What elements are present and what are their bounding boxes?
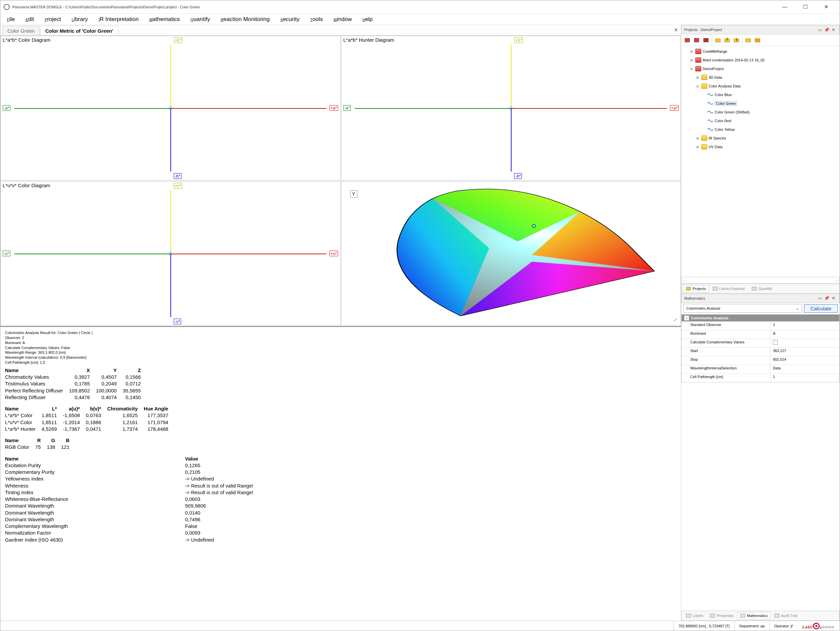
menu-security[interactable]: Security bbox=[275, 15, 305, 24]
menu-help[interactable]: Help bbox=[357, 15, 378, 24]
tree-label: Aldol condensation 2014-02-13 16_02 bbox=[703, 58, 765, 62]
property-group-header[interactable]: − Colorimetric Analysis bbox=[682, 315, 839, 321]
tab-color-metric[interactable]: Color Metric of 'Color Green' bbox=[40, 26, 118, 35]
y-axis-button[interactable]: Y bbox=[350, 190, 357, 198]
tree-node[interactable]: ⊟Color Analysis Data bbox=[683, 82, 838, 90]
property-value[interactable]: Data bbox=[770, 365, 839, 373]
property-value[interactable]: 2 bbox=[770, 322, 839, 330]
window-title: Panorama MASTER DONGLE - C:\Users\Public… bbox=[12, 5, 200, 9]
chevron-down-icon: ⌄ bbox=[796, 306, 799, 311]
expand-icon[interactable]: ⊞ bbox=[689, 49, 694, 54]
tree-node[interactable]: ⊞IR Spectra bbox=[683, 134, 838, 142]
right-tab-audit-trail[interactable]: Audit Trail bbox=[771, 612, 801, 619]
panel-pin-icon[interactable]: 📌 bbox=[823, 27, 830, 32]
lab-hunter-diagram[interactable]: L*a*b* Hunter Diagram -a* +a* +b* -b* bbox=[341, 36, 681, 180]
projects-panel-header: Projects - DemoProject ▭ 📌 ✕ bbox=[681, 25, 840, 34]
collapse-icon[interactable]: − bbox=[684, 316, 689, 320]
property-value[interactable] bbox=[770, 339, 839, 347]
property-row[interactable]: Cell Pathlength [cm]1 bbox=[682, 373, 839, 382]
panel-close-icon[interactable]: ✕ bbox=[830, 27, 837, 32]
right-tab-properties[interactable]: Properties bbox=[707, 612, 736, 619]
menu-mathematics[interactable]: Mathematics bbox=[144, 15, 185, 24]
projects-bottom-tabs: ProjectsLibrary ExplorerQuantify bbox=[681, 284, 840, 294]
tab-close-icon[interactable]: ✕ bbox=[674, 27, 678, 33]
menu-ir-interpretation[interactable]: IR Interpretation bbox=[93, 15, 144, 24]
menu-project[interactable]: Project bbox=[39, 15, 66, 24]
luv-color-diagram[interactable]: L*u*v* Color Diagram -u* +u* +v* -v* bbox=[0, 181, 341, 326]
expand-icon[interactable]: ⊞ bbox=[695, 145, 700, 149]
expand-icon[interactable]: ⊞ bbox=[689, 58, 694, 62]
property-row[interactable]: Start363,127 bbox=[682, 347, 839, 356]
expand-icon[interactable]: ⊞ bbox=[695, 136, 700, 141]
calculate-button[interactable]: Calculate bbox=[804, 304, 838, 313]
panel-close-icon[interactable]: ✕ bbox=[830, 296, 837, 300]
export-icon[interactable] bbox=[733, 36, 740, 44]
menu-tools[interactable]: Tools bbox=[305, 15, 328, 24]
new-folder-icon[interactable] bbox=[714, 36, 722, 44]
tree-scrollbar[interactable]: ‹› bbox=[681, 277, 840, 284]
math-panel-header: Mathematics ▭ 📌 ✕ bbox=[681, 294, 840, 303]
open-project-icon[interactable] bbox=[693, 36, 701, 44]
tree-node[interactable]: Color Blue bbox=[683, 90, 838, 99]
tree-node[interactable]: Color Red bbox=[683, 117, 838, 125]
panel-dock-icon[interactable]: ▭ bbox=[817, 27, 823, 32]
result-header-line: Observer: 2 bbox=[5, 335, 676, 340]
import-icon[interactable] bbox=[724, 36, 731, 44]
menu-library[interactable]: Library bbox=[66, 15, 93, 24]
checkbox[interactable] bbox=[773, 340, 778, 345]
property-group-title: Colorimetric Analysis bbox=[691, 316, 729, 320]
result-header-line: Wavelength Range: 363,1-802,0 [nm] bbox=[5, 350, 676, 355]
tree-node[interactable]: ⊞3D Data bbox=[683, 73, 838, 82]
svg-rect-0 bbox=[685, 38, 690, 42]
right-tab-mathematics[interactable]: Mathematics bbox=[737, 612, 771, 619]
tree-node[interactable]: ⊞CowMilkRange bbox=[683, 47, 838, 56]
tree-label: DemoProject bbox=[703, 67, 724, 71]
tab-color-green[interactable]: Color Green bbox=[2, 26, 39, 35]
property-row[interactable]: Stop802,014 bbox=[682, 356, 839, 365]
tree-node[interactable]: Color Yellow bbox=[683, 125, 838, 134]
property-value[interactable]: A bbox=[770, 331, 839, 339]
cie-chromaticity-diagram[interactable]: Y ⤢ bbox=[341, 181, 681, 326]
property-row[interactable]: Calculate Complementary Values bbox=[682, 339, 839, 347]
menu-edit[interactable]: Edit bbox=[21, 15, 39, 24]
results-panel[interactable]: Colorimetric Analysis Result for: Color … bbox=[0, 326, 681, 621]
bottom-tab-projects[interactable]: Projects bbox=[683, 285, 709, 292]
property-row[interactable]: IlluminantA bbox=[682, 330, 839, 339]
lab-color-diagram[interactable]: L*a*b* Color Diagram -a* +a* +b* -b* bbox=[0, 36, 341, 180]
tree-node[interactable]: ⊞UV Data bbox=[683, 142, 838, 151]
maximize-button[interactable]: ☐ bbox=[795, 0, 816, 14]
folder-action-icon[interactable] bbox=[745, 36, 752, 44]
zoom-icon[interactable]: ⤢ bbox=[673, 317, 677, 323]
tree-node[interactable]: Color Green (Shifted) bbox=[683, 108, 838, 117]
bottom-tab-quantify[interactable]: Quantify bbox=[748, 285, 775, 292]
menu-file[interactable]: File bbox=[2, 15, 21, 24]
tree-label: UV Data bbox=[709, 145, 723, 149]
close-button[interactable]: ✕ bbox=[816, 0, 836, 14]
folder-delete-icon[interactable] bbox=[754, 36, 761, 44]
table-row: RGB Color75138121 bbox=[5, 444, 75, 451]
expand-icon[interactable]: ⊞ bbox=[695, 76, 700, 80]
property-row[interactable]: WavelengthIntervalSelectionData bbox=[682, 365, 839, 373]
right-tab-labels[interactable]: Labels bbox=[683, 612, 706, 619]
property-row[interactable]: Standard Observer2 bbox=[682, 321, 839, 330]
delete-project-icon[interactable] bbox=[703, 36, 710, 44]
tree-node[interactable]: Color Green bbox=[683, 99, 838, 108]
analysis-selector[interactable]: Colorimetric Analysis ⌄ bbox=[683, 304, 802, 313]
property-value[interactable]: 802,014 bbox=[770, 356, 839, 365]
projects-toolbar bbox=[681, 34, 840, 46]
new-project-icon[interactable] bbox=[684, 36, 691, 44]
property-value[interactable]: 363,127 bbox=[770, 348, 839, 356]
expand-icon[interactable]: ⊟ bbox=[695, 84, 700, 89]
tree-node[interactable]: ⊟DemoProject bbox=[683, 65, 838, 73]
menu-quantify[interactable]: Quantify bbox=[185, 15, 215, 24]
menu-reaction-monitoring[interactable]: Reaction Monitoring bbox=[215, 15, 275, 24]
panel-dock-icon[interactable]: ▭ bbox=[817, 296, 823, 300]
tree-node[interactable]: ⊞Aldol condensation 2014-02-13 16_02 bbox=[683, 56, 838, 65]
menu-window[interactable]: Window bbox=[328, 15, 357, 24]
expand-icon[interactable]: ⊟ bbox=[689, 67, 694, 71]
panel-pin-icon[interactable]: 📌 bbox=[823, 296, 830, 300]
project-tree[interactable]: ⊞CowMilkRange⊞Aldol condensation 2014-02… bbox=[681, 46, 840, 277]
bottom-tab-library-explorer[interactable]: Library Explorer bbox=[710, 285, 748, 292]
minimize-button[interactable]: — bbox=[774, 0, 795, 14]
property-value[interactable]: 1 bbox=[770, 374, 839, 382]
